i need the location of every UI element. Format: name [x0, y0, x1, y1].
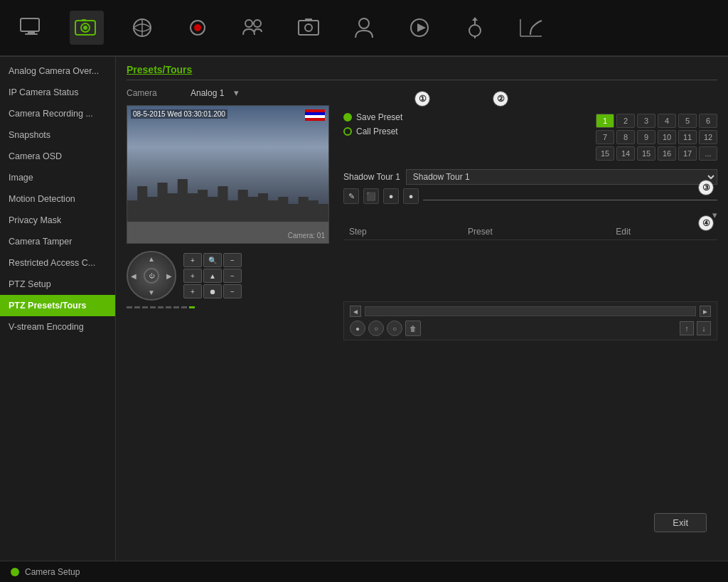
preset-num-5[interactable]: 5	[678, 114, 697, 128]
playback-icon[interactable]	[402, 11, 437, 45]
tour-stop-btn[interactable]: ●	[403, 188, 419, 204]
expand-arrow[interactable]: ▾	[712, 210, 717, 220]
sidebar-item-vstream[interactable]: V-stream Encoding	[0, 316, 115, 338]
ptz-extra2[interactable]: ⏺	[203, 284, 222, 298]
camera-dropdown-arrow[interactable]: ▾	[234, 87, 239, 98]
sidebar-item-analog-camera[interactable]: Analog Camera Over...	[0, 60, 115, 82]
bottom-bar: Camera Setup	[0, 561, 728, 582]
preset-num-4[interactable]: 4	[658, 114, 676, 128]
sidebar-item-motion[interactable]: Motion Detection	[0, 188, 115, 210]
sidebar-item-snapshots[interactable]: Snapshots	[0, 124, 115, 146]
status-label: Camera Setup	[25, 567, 80, 577]
video-panel: 08-5-2015 Wed 03:30:01.200 Camera: 01 ▲ …	[127, 105, 333, 340]
save-preset-label: Save Preset	[356, 112, 402, 122]
preset-num-10[interactable]: 10	[658, 130, 676, 144]
right-panel: ① ② Save Preset Call Preset	[343, 105, 717, 340]
svg-point-11	[245, 20, 252, 27]
video-camera-id: Camera: 01	[288, 232, 325, 239]
ptz-zoom-out[interactable]: +	[183, 269, 202, 283]
preset-num-13[interactable]: 15	[596, 146, 614, 161]
preset-num-1[interactable]: 1	[596, 114, 614, 128]
ptz-icon[interactable]	[458, 11, 492, 45]
main-layout: Analog Camera Over... IP Camera Status C…	[0, 57, 728, 561]
pb-stop[interactable]: ○	[387, 320, 402, 336]
svg-rect-1	[28, 31, 35, 33]
save-preset-radio[interactable]: Save Preset	[343, 112, 582, 122]
pb-pause[interactable]: ○	[368, 320, 384, 336]
ptz-focus-out[interactable]: ▲	[203, 269, 222, 283]
video-flag	[305, 109, 325, 121]
ptz-right-arrow[interactable]: ▶	[166, 272, 172, 280]
snapshot-icon[interactable]	[291, 11, 326, 45]
preset-num-dots[interactable]: ...	[699, 146, 717, 161]
timeline-next[interactable]: ►	[700, 306, 711, 317]
sidebar: Analog Camera Over... IP Camera Status C…	[0, 57, 116, 561]
sidebar-item-ptz-setup[interactable]: PTZ Setup	[0, 274, 115, 295]
preset-num-2[interactable]: 2	[616, 114, 635, 128]
users-icon[interactable]	[236, 11, 270, 45]
video-timestamp: 08-5-2015 Wed 03:30:01.200	[131, 109, 228, 119]
ptz-speed-slider[interactable]	[127, 306, 333, 308]
ptz-left-arrow[interactable]: ◀	[131, 272, 136, 280]
shadow-tour-dropdown[interactable]: Shadow Tour 1 Shadow Tour 2	[406, 169, 717, 185]
ptz-joystick[interactable]: ▲ ▼ ◀ ▶ ⏻	[127, 251, 176, 301]
ptz-zoom-in[interactable]: +	[183, 253, 202, 267]
sidebar-item-privacy[interactable]: Privacy Mask	[0, 210, 115, 231]
timeline-track[interactable]	[365, 306, 696, 316]
preset-num-17[interactable]: 17	[678, 146, 697, 161]
svg-point-16	[359, 18, 369, 28]
ptz-button-grid: + 🔍 − + ▲ − + ⏺ −	[183, 253, 242, 298]
ptz-up-arrow[interactable]: ▲	[148, 255, 155, 263]
move-down-btn[interactable]: ↓	[697, 321, 711, 335]
content-body: 08-5-2015 Wed 03:30:01.200 Camera: 01 ▲ …	[127, 105, 717, 340]
preset-num-11[interactable]: 11	[678, 130, 697, 144]
record-icon[interactable]	[181, 11, 215, 45]
ptz-controls: ▲ ▼ ◀ ▶ ⏻ + 🔍 − + ▲ −	[127, 251, 333, 301]
preset-num-14[interactable]: 14	[616, 146, 635, 161]
timeline-prev[interactable]: ◄	[350, 306, 361, 317]
account-icon[interactable]	[347, 11, 381, 45]
svg-point-5	[83, 26, 87, 30]
tour-play-btn[interactable]: ●	[383, 188, 399, 204]
ptz-down-arrow[interactable]: ▼	[148, 289, 155, 296]
sidebar-item-osd[interactable]: Camera OSD	[0, 146, 115, 167]
ptz-iris-open[interactable]: −	[223, 253, 242, 267]
preset-num-7[interactable]: 7	[596, 130, 614, 144]
preset-num-16[interactable]: 16	[658, 146, 676, 161]
annotation-3: ③	[698, 180, 714, 195]
pb-delete[interactable]: 🗑	[405, 320, 421, 336]
ptz-iris-close[interactable]: −	[223, 269, 242, 283]
sidebar-item-image[interactable]: Image	[0, 167, 115, 188]
svg-rect-2	[25, 33, 38, 35]
tour-save-btn[interactable]: ⬛	[363, 188, 379, 204]
sidebar-item-tamper[interactable]: Camera Tamper	[0, 231, 115, 252]
ptz-center-button[interactable]: ⏻	[144, 268, 159, 284]
preset-num-3[interactable]: 3	[637, 114, 655, 128]
move-up-btn[interactable]: ↑	[680, 321, 694, 335]
preset-num-12[interactable]: 12	[699, 130, 717, 144]
svg-marker-18	[417, 23, 426, 32]
monitor-icon[interactable]	[14, 11, 48, 45]
camera-icon[interactable]	[70, 11, 104, 45]
preset-num-15[interactable]: 15	[637, 146, 655, 161]
stats-icon[interactable]	[513, 11, 547, 45]
tour-edit-btn[interactable]: ✎	[343, 188, 359, 204]
preset-num-9[interactable]: 9	[637, 130, 655, 144]
sidebar-item-recording[interactable]: Camera Recording ...	[0, 103, 115, 124]
sidebar-item-ptz-presets[interactable]: PTZ Presets/Tours	[0, 295, 115, 316]
ptz-focus-in[interactable]: 🔍	[203, 253, 222, 267]
video-preview: 08-5-2015 Wed 03:30:01.200 Camera: 01	[127, 105, 329, 244]
ptz-zoom-tilt-buttons: + 🔍 − + ▲ − + ⏺ −	[183, 253, 242, 298]
sidebar-item-ip-camera[interactable]: IP Camera Status	[0, 82, 115, 103]
ptz-extra3[interactable]: −	[223, 284, 242, 298]
call-preset-radio[interactable]: Call Preset	[343, 126, 582, 136]
sidebar-item-restricted[interactable]: Restricted Access C...	[0, 252, 115, 274]
pb-play[interactable]: ●	[350, 320, 365, 336]
preset-num-8[interactable]: 8	[616, 130, 635, 144]
ptz-extra1[interactable]: +	[183, 284, 202, 298]
svg-point-12	[254, 20, 261, 27]
exit-button[interactable]: Exit	[654, 513, 707, 532]
call-preset-label: Call Preset	[356, 126, 398, 136]
network-icon[interactable]	[125, 11, 159, 45]
preset-num-6[interactable]: 6	[699, 114, 717, 128]
